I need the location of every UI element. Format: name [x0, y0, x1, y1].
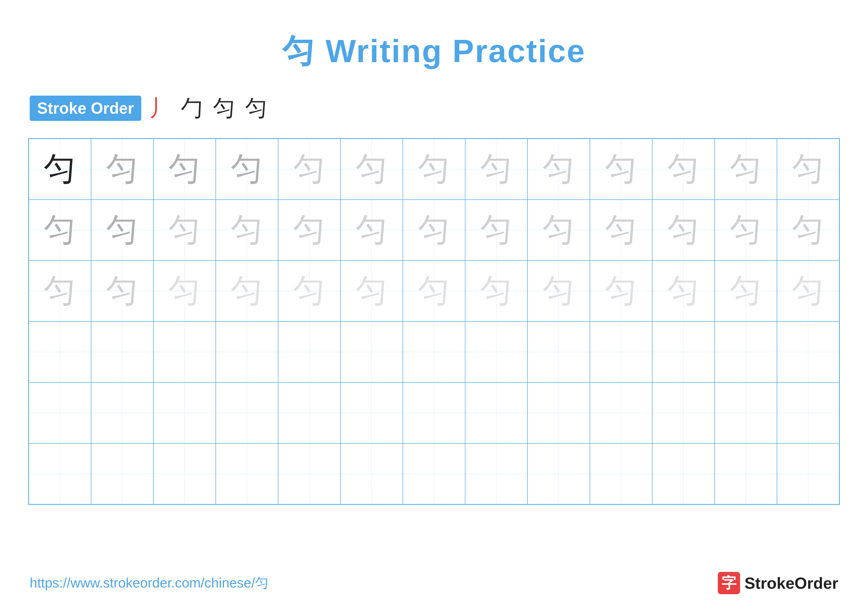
stroke-step-2: 勹	[181, 93, 203, 123]
grid-cell[interactable]: 匀	[652, 139, 715, 200]
grid-cell[interactable]: 匀	[590, 139, 652, 200]
grid-cell[interactable]	[777, 443, 839, 504]
page: 匀 Writing Practice Stroke Order 丿 勹 匀 匀 …	[0, 0, 868, 614]
grid-cell[interactable]: 匀	[29, 200, 91, 261]
grid-cell[interactable]	[652, 443, 715, 504]
grid-cell[interactable]	[278, 322, 341, 382]
grid-cell[interactable]: 匀	[465, 139, 527, 200]
grid-cell[interactable]: 匀	[216, 261, 278, 322]
grid-cell[interactable]: 匀	[403, 200, 465, 261]
grid-cell[interactable]	[29, 322, 91, 382]
grid-cell[interactable]	[91, 322, 153, 382]
grid-cell[interactable]: 匀	[278, 200, 341, 261]
practice-char: 匀	[356, 208, 388, 252]
logo-char: 字	[722, 573, 736, 593]
grid-cell[interactable]	[341, 443, 403, 504]
grid-cell[interactable]: 匀	[777, 200, 839, 261]
grid-cell[interactable]: 匀	[715, 261, 777, 322]
grid-cell[interactable]	[278, 443, 341, 504]
practice-char: 匀	[293, 208, 326, 252]
grid-cell[interactable]: 匀	[403, 139, 465, 200]
grid-cell[interactable]: 匀	[777, 261, 839, 322]
grid-cell[interactable]	[91, 382, 153, 443]
grid-cell[interactable]	[465, 382, 527, 443]
footer-url[interactable]: https://www.strokeorder.com/chinese/匀	[30, 574, 269, 592]
practice-char: 匀	[667, 208, 699, 252]
grid-cell[interactable]: 匀	[590, 200, 652, 261]
grid-cell[interactable]	[715, 443, 777, 504]
grid-cell[interactable]	[278, 382, 341, 443]
grid-cell[interactable]: 匀	[777, 139, 839, 200]
grid-cell[interactable]	[527, 443, 590, 504]
grid-cell[interactable]	[29, 382, 91, 443]
grid-cell[interactable]: 匀	[403, 261, 465, 322]
grid-cell[interactable]	[29, 443, 91, 504]
grid-cell[interactable]: 匀	[590, 261, 652, 322]
grid-cell[interactable]: 匀	[153, 261, 216, 322]
grid-cell[interactable]: 匀	[278, 261, 341, 322]
practice-char: 匀	[231, 208, 263, 252]
grid-cell[interactable]	[153, 382, 216, 443]
grid-cell[interactable]	[153, 322, 216, 382]
grid-cell[interactable]	[590, 382, 652, 443]
grid-cell[interactable]: 匀	[341, 200, 403, 261]
practice-char: 匀	[480, 148, 512, 191]
page-title: 匀 Writing Practice	[282, 30, 586, 73]
grid-cell[interactable]	[403, 322, 465, 382]
grid-cell[interactable]: 匀	[91, 261, 153, 322]
grid-cell[interactable]: 匀	[341, 139, 403, 200]
practice-char: 匀	[169, 269, 201, 313]
grid-cell[interactable]: 匀	[652, 200, 715, 261]
grid-cell[interactable]	[216, 443, 278, 504]
grid-cell[interactable]: 匀	[341, 261, 403, 322]
grid-cell[interactable]: 匀	[29, 261, 91, 322]
practice-char: 匀	[231, 148, 263, 191]
stroke-step-3: 匀	[213, 93, 235, 123]
grid-cell[interactable]: 匀	[91, 200, 153, 261]
grid-cell[interactable]: 匀	[91, 139, 153, 200]
grid-cell[interactable]	[153, 443, 216, 504]
grid-cell[interactable]	[527, 382, 590, 443]
grid-cell[interactable]: 匀	[465, 261, 527, 322]
grid-cell[interactable]: 匀	[216, 139, 278, 200]
grid-cell[interactable]: 匀	[527, 139, 590, 200]
practice-char: 匀	[667, 269, 699, 313]
grid-cell[interactable]: 匀	[527, 200, 590, 261]
grid-cell[interactable]	[403, 382, 465, 443]
grid-cell[interactable]: 匀	[29, 139, 91, 200]
grid-cell[interactable]	[590, 322, 652, 382]
grid-cell[interactable]: 匀	[153, 200, 216, 261]
practice-char: 匀	[480, 208, 512, 252]
grid-cell[interactable]	[403, 443, 465, 504]
grid-cell[interactable]	[652, 382, 715, 443]
grid-cell[interactable]	[715, 382, 777, 443]
practice-char: 匀	[106, 148, 138, 191]
grid-cell[interactable]	[652, 322, 715, 382]
grid-cell[interactable]: 匀	[652, 261, 715, 322]
practice-char: 匀	[293, 269, 326, 313]
grid-cell[interactable]	[590, 443, 652, 504]
grid-cell[interactable]: 匀	[465, 200, 527, 261]
grid-cell[interactable]	[465, 443, 527, 504]
practice-char: 匀	[418, 148, 450, 191]
grid-cell[interactable]: 匀	[278, 139, 341, 200]
grid-cell[interactable]	[341, 382, 403, 443]
practice-char: 匀	[792, 269, 824, 313]
grid-cell[interactable]	[715, 322, 777, 382]
practice-char: 匀	[605, 208, 637, 252]
grid-cell[interactable]: 匀	[715, 139, 777, 200]
grid-cell[interactable]	[465, 322, 527, 382]
grid-cell[interactable]	[216, 322, 278, 382]
grid-cell[interactable]: 匀	[527, 261, 590, 322]
grid-cell[interactable]: 匀	[715, 200, 777, 261]
grid-cell[interactable]: 匀	[153, 139, 216, 200]
grid-cell[interactable]	[216, 382, 278, 443]
practice-char: 匀	[106, 208, 138, 252]
grid-cell[interactable]	[777, 322, 839, 382]
grid-cell[interactable]	[777, 382, 839, 443]
grid-cell[interactable]: 匀	[216, 200, 278, 261]
grid-cell[interactable]	[527, 322, 590, 382]
practice-char: 匀	[730, 208, 762, 252]
grid-cell[interactable]	[91, 443, 153, 504]
grid-cell[interactable]	[341, 322, 403, 382]
